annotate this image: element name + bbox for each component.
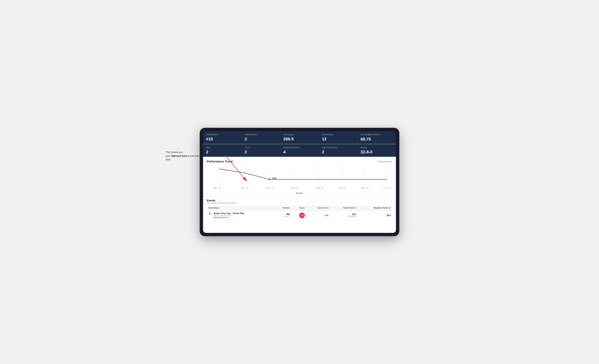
- stat-wins: Wins 2: [203, 144, 241, 157]
- weighted-points-cell: 28.3: [358, 211, 392, 220]
- svg-point-10: [268, 178, 271, 180]
- stat-total-rounds: Total Rounds 12: [319, 131, 357, 144]
- svg-text:APR 24: APR 24: [361, 187, 369, 189]
- svg-text:#10: #10: [272, 177, 276, 179]
- events-last-updated: Last updated: 24th November 2023: [207, 202, 392, 204]
- col-position: Position: [273, 205, 291, 211]
- stats-grid-row1: National Rank #10 Regional Rank 2 Scorin…: [203, 131, 396, 144]
- stat-avg-weighted-points: Avg. Weighted Points ⓘ 68.75: [358, 131, 396, 144]
- stat-record: Record 32-8-0: [358, 144, 396, 157]
- stat-top3s: Top 3s 2: [242, 144, 280, 157]
- events-table: Event Name Position Score Event SG ⓘ: [207, 205, 392, 220]
- performance-chart: #10 OCT 23 NOV 23 DEC 23 JAN 24 FEB 24 M…: [207, 165, 392, 191]
- tablet-frame: National Rank #10 Regional Rank 2 Scorin…: [200, 128, 399, 236]
- score-cell: -22: [291, 211, 306, 220]
- event-sg-cell: 0.45: [306, 211, 330, 220]
- event-type-icon: 🏌️: [208, 212, 211, 215]
- position-cell: 6th out of 7: [273, 211, 291, 220]
- total-points-cell: 28.3 3 Rounds: [330, 211, 358, 220]
- svg-text:MAR 24: MAR 24: [338, 187, 346, 189]
- col-event-name: Event Name: [207, 205, 273, 211]
- annotation-text: This shows you your National Rank trend …: [166, 150, 203, 161]
- stat-scoring-avg: Scoring Avg. 286.5: [280, 131, 319, 144]
- chart-svg: #10 OCT 23 NOV 23 DEC 23 JAN 24 FEB 24 M…: [207, 165, 392, 191]
- svg-text:JAN 24: JAN 24: [291, 187, 298, 189]
- performance-trend-title: Performance Trend: [207, 160, 233, 163]
- svg-text:MAY 24: MAY 24: [383, 187, 391, 189]
- stat-stroke-play-events: Stroke Play Events 4: [280, 144, 319, 157]
- stat-match-play-events: Match Play Events 2: [319, 144, 357, 157]
- table-row: 🏌️ Buster Cozy Cup – Stroke Play Oct 9 –…: [207, 211, 392, 220]
- svg-text:OCT 23: OCT 23: [213, 187, 221, 189]
- events-table-header-row: Event Name Position Score Event SG ⓘ: [207, 205, 392, 211]
- performance-trend-sublabel: National Rank: [378, 160, 392, 163]
- svg-text:NOV 23: NOV 23: [240, 187, 248, 189]
- svg-text:DEC 23: DEC 23: [266, 187, 273, 189]
- col-score: Score: [291, 205, 306, 211]
- col-total-points: Total Points ⓘ: [330, 205, 358, 211]
- col-event-sg: Event SG ⓘ: [306, 205, 330, 211]
- months-axis-label: Months: [207, 192, 392, 194]
- event-name-cell: 🏌️ Buster Cozy Cup – Stroke Play Oct 9 –…: [207, 211, 273, 220]
- performance-trend-header: Performance Trend National Rank: [207, 160, 392, 163]
- col-weighted-points: Weighted Points ⓘ: [358, 205, 392, 211]
- events-title: Events: [207, 199, 392, 202]
- stat-national-rank: National Rank #10: [203, 131, 241, 144]
- info-icon-avg-weighted: ⓘ: [379, 134, 381, 136]
- stat-regional-rank: Regional Rank 2: [242, 131, 280, 144]
- stats-grid-row2: Wins 2 Top 3s 2 Stroke Play Events 4 Mat…: [203, 144, 396, 157]
- svg-text:FEB 24: FEB 24: [316, 187, 323, 189]
- events-section: Events Last updated: 24th November 2023 …: [207, 196, 392, 220]
- content-area: Performance Trend National Rank: [203, 157, 396, 223]
- tablet-screen: National Rank #10 Regional Rank 2 Scorin…: [203, 131, 396, 233]
